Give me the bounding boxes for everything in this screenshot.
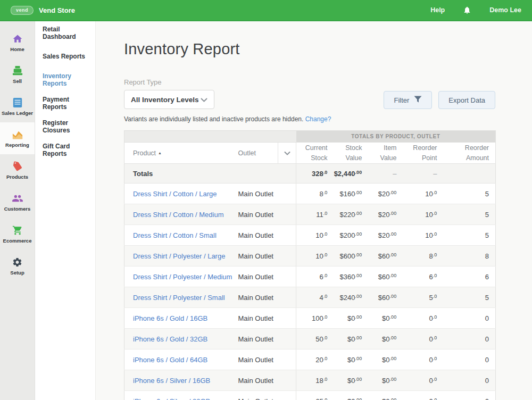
table-row: iPhone 6s / Gold / 64GB Main Outlet 20.0… bbox=[124, 349, 496, 370]
group-header-label: TOTALS BY PRODUCT, OUTLET bbox=[296, 131, 496, 143]
notifications-bell-icon[interactable] bbox=[463, 6, 471, 14]
outlet-cell: Main Outlet bbox=[237, 204, 296, 225]
product-link[interactable]: Dress Shirt / Polyester / Large bbox=[133, 252, 225, 260]
sidebar-item-home[interactable]: Home bbox=[0, 27, 35, 59]
product-link[interactable]: Dress Shirt / Cotton / Large bbox=[133, 190, 217, 198]
tag-icon bbox=[11, 161, 24, 172]
totals-reorder-amount bbox=[444, 164, 496, 184]
current-stock-cell: 20.0 bbox=[296, 349, 334, 370]
chart-icon bbox=[11, 129, 24, 140]
outlet-cell: Main Outlet bbox=[237, 308, 296, 329]
sidebar-item-setup[interactable]: Setup bbox=[0, 250, 35, 282]
item-value-cell: $20.00 bbox=[369, 184, 403, 204]
reorder-amount-cell: 6 bbox=[444, 266, 496, 287]
item-value-cell: $0.00 bbox=[369, 308, 403, 329]
reorder-point-cell: 0.0 bbox=[403, 370, 444, 391]
product-link[interactable]: Dress Shirt / Cotton / Medium bbox=[133, 211, 224, 219]
page-title: Inventory Report bbox=[124, 40, 495, 58]
item-value-cell: $20.00 bbox=[369, 225, 403, 246]
reorder-point-cell: 10.0 bbox=[403, 204, 444, 225]
sort-asc-icon: ▲ bbox=[158, 151, 162, 155]
reorder-amount-cell: 0 bbox=[444, 391, 496, 400]
report-type-value: All Inventory Levels bbox=[131, 96, 199, 104]
menu-item-register-closures[interactable]: Register Closures bbox=[35, 115, 95, 139]
reorder-point-cell: 8.0 bbox=[403, 246, 444, 266]
sidebar-item-customers[interactable]: Customers bbox=[0, 186, 35, 218]
sidebar-item-reporting[interactable]: Reporting bbox=[0, 122, 35, 154]
report-type-select[interactable]: All Inventory Levels bbox=[124, 90, 214, 109]
menu-item-retail-dashboard[interactable]: Retail Dashboard bbox=[35, 22, 95, 45]
menu-item-gift-card-reports[interactable]: Gift Card Reports bbox=[35, 139, 95, 162]
user-menu[interactable]: Demo Lee bbox=[489, 6, 521, 14]
stock-value-cell: $360.00 bbox=[334, 266, 369, 287]
table-row: Dress Shirt / Cotton / Large Main Outlet… bbox=[124, 184, 496, 204]
table-row: iPhone 6s / Silver / 32GB Main Outlet 65… bbox=[124, 391, 496, 400]
reorder-amount-cell: 5 bbox=[444, 204, 496, 225]
column-header-reorder-point: Reorder Point bbox=[403, 143, 444, 164]
current-stock-cell: 65.0 bbox=[296, 391, 334, 400]
item-value-cell: $0.00 bbox=[369, 391, 403, 400]
table-row: Dress Shirt / Cotton / Small Main Outlet… bbox=[124, 225, 496, 246]
reorder-point-cell: 0.0 bbox=[403, 349, 444, 370]
menu-item-sales-reports[interactable]: Sales Reports bbox=[35, 45, 95, 69]
product-link[interactable]: iPhone 6s / Gold / 64GB bbox=[133, 356, 207, 364]
filter-funnel-icon bbox=[414, 96, 422, 104]
menu-item-inventory-reports[interactable]: Inventory Reports bbox=[35, 69, 95, 92]
totals-stock-value: $2,440.00 bbox=[334, 164, 369, 184]
report-type-label: Report Type bbox=[124, 78, 214, 86]
current-stock-cell: 8.0 bbox=[296, 184, 334, 204]
current-stock-cell: 10.0 bbox=[296, 246, 334, 266]
product-link[interactable]: Dress Shirt / Polyester / Medium bbox=[133, 273, 232, 281]
item-value-cell: $60.00 bbox=[369, 287, 403, 308]
product-link[interactable]: Dress Shirt / Polyester / Small bbox=[133, 294, 225, 302]
sidebar-item-ecommerce[interactable]: Ecommerce bbox=[0, 218, 35, 250]
main-content: Inventory Report Report Type All Invento… bbox=[96, 21, 532, 400]
help-link[interactable]: Help bbox=[430, 6, 445, 14]
column-header-outlet[interactable]: Outlet bbox=[237, 143, 278, 164]
product-link[interactable]: iPhone 6s / Gold / 16GB bbox=[133, 314, 207, 322]
store-name: Vend Store bbox=[39, 6, 75, 14]
current-stock-cell: 6.0 bbox=[296, 266, 334, 287]
stock-value-cell: $200.00 bbox=[334, 225, 369, 246]
product-link[interactable]: iPhone 6s / Silver / 32GB bbox=[133, 397, 210, 400]
outlet-cell: Main Outlet bbox=[237, 370, 296, 391]
reorder-amount-cell: 0 bbox=[444, 308, 496, 329]
stock-value-cell: $0.00 bbox=[334, 349, 369, 370]
home-icon bbox=[11, 33, 24, 45]
stock-value-cell: $0.00 bbox=[334, 391, 369, 400]
export-data-button[interactable]: Export Data bbox=[438, 91, 495, 109]
reports-submenu: Retail Dashboard Sales Reports Inventory… bbox=[35, 21, 96, 400]
table-row: Dress Shirt / Polyester / Large Main Out… bbox=[124, 246, 496, 266]
outlet-cell: Main Outlet bbox=[237, 349, 296, 370]
totals-current-stock: 328.0 bbox=[296, 164, 334, 184]
chevron-down-icon bbox=[201, 95, 207, 104]
column-header-current-stock: Current Stock bbox=[296, 143, 334, 164]
filter-button[interactable]: Filter bbox=[384, 91, 432, 109]
current-stock-cell: 18.0 bbox=[296, 370, 334, 391]
outlet-cell: Main Outlet bbox=[237, 246, 296, 266]
topbar: vend Vend Store Help Demo Lee bbox=[0, 0, 532, 21]
product-link[interactable]: Dress Shirt / Cotton / Small bbox=[133, 231, 217, 239]
change-link[interactable]: Change? bbox=[305, 115, 331, 123]
outlet-cell: Main Outlet bbox=[237, 266, 296, 287]
stock-value-cell: $160.00 bbox=[334, 184, 369, 204]
people-icon bbox=[11, 193, 24, 204]
current-stock-cell: 4.0 bbox=[296, 287, 334, 308]
menu-item-payment-reports[interactable]: Payment Reports bbox=[35, 92, 95, 115]
gear-icon bbox=[11, 256, 24, 268]
product-link[interactable]: iPhone 6s / Silver / 16GB bbox=[133, 377, 210, 385]
current-stock-cell: 11.0 bbox=[296, 204, 334, 225]
column-options-button[interactable] bbox=[278, 143, 296, 164]
table-row: iPhone 6s / Silver / 16GB Main Outlet 18… bbox=[124, 370, 496, 391]
chevron-down-icon bbox=[284, 149, 290, 157]
totals-row: Totals 328.0 $2,440.00 – – bbox=[124, 164, 496, 184]
stock-value-cell: $220.00 bbox=[334, 204, 369, 225]
product-link[interactable]: iPhone 6s / Gold / 32GB bbox=[133, 335, 207, 343]
vend-logo[interactable]: vend bbox=[11, 6, 34, 15]
outlet-cell: Main Outlet bbox=[237, 287, 296, 308]
sidebar-item-sell[interactable]: Sell bbox=[0, 59, 35, 90]
sidebar-item-sales-ledger[interactable]: Sales Ledger bbox=[0, 90, 35, 122]
column-header-product[interactable]: Product▲ bbox=[124, 143, 237, 164]
current-stock-cell: 100.0 bbox=[296, 308, 334, 329]
sidebar-item-products[interactable]: Products bbox=[0, 154, 35, 186]
